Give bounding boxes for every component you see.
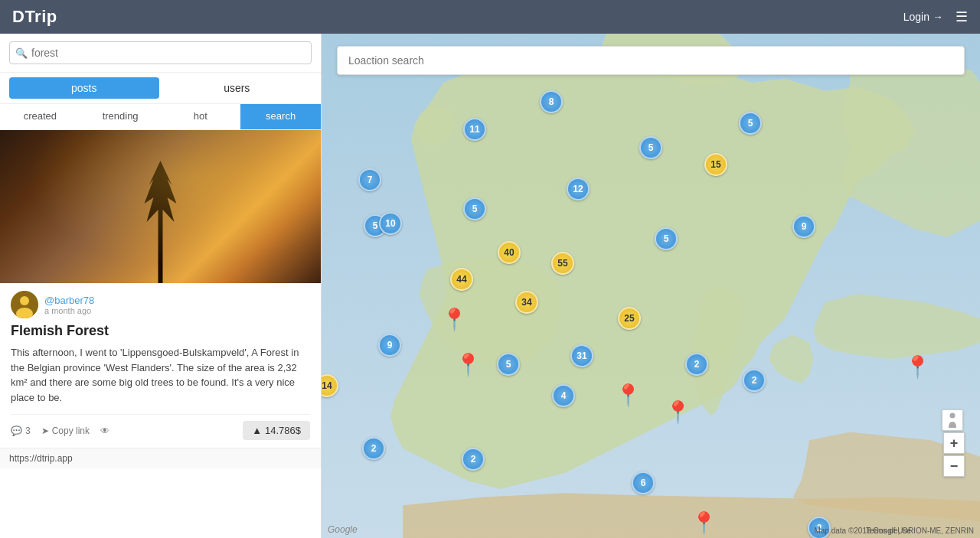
copy-link-label: Copy link [52, 426, 90, 436]
cluster-marker[interactable]: 31 [570, 344, 593, 367]
filter-hot[interactable]: hot [161, 104, 241, 129]
cluster-marker[interactable]: 44 [450, 268, 473, 291]
cluster-marker[interactable]: 5 [639, 136, 662, 159]
map-controls: + − [943, 432, 965, 477]
cluster-marker[interactable]: 2 [462, 448, 485, 471]
search-bar: 🔍 [0, 34, 321, 73]
filter-search[interactable]: search [240, 104, 321, 129]
post-text: This afternoon, I went to 'Lippensgoed-B… [11, 345, 310, 405]
cluster-marker[interactable]: 5 [655, 227, 678, 250]
app-header: DTrip Login → ☰ [0, 0, 980, 34]
post-body: @barber78 a month ago Flemish Forest Thi… [0, 283, 321, 448]
pin-marker[interactable]: 📍 [441, 309, 468, 331]
search-input[interactable] [9, 41, 312, 64]
filter-trending[interactable]: trending [80, 104, 161, 129]
google-logo: Google [328, 524, 358, 535]
share-icon: ➤ [41, 426, 49, 436]
type-tabs: posts users [0, 73, 321, 104]
cluster-marker[interactable]: 9 [378, 334, 401, 357]
map-container[interactable]: 811551557105124055443459253122914422652📍… [322, 34, 980, 538]
pin-marker[interactable]: 📍 [665, 402, 691, 423]
filter-row: created trending hot search [0, 104, 321, 130]
pin-marker[interactable]: 📍 [615, 385, 642, 406]
vote-count: 14.786$ [265, 425, 301, 436]
eye-icon: 👁 [100, 426, 109, 436]
map-overlay: 811551557105124055443459253122914422652📍… [322, 34, 980, 538]
post-time: a month ago [44, 306, 94, 315]
view-button[interactable]: 👁 [100, 426, 109, 436]
post-card: @barber78 a month ago Flemish Forest Thi… [0, 130, 321, 448]
login-icon: → [933, 11, 943, 23]
map-attribution: Map data ©2018 Google, ORION-ME, ZENRIN [814, 527, 974, 535]
cluster-marker[interactable]: 6 [632, 471, 655, 494]
pin-marker[interactable]: 📍 [691, 513, 717, 534]
location-search [337, 46, 965, 75]
cluster-marker[interactable]: 5 [497, 353, 520, 376]
post-actions: 💬 3 ➤ Copy link 👁 ▲ 14.786$ [11, 414, 310, 440]
author-name[interactable]: @barber78 [44, 295, 94, 306]
left-panel: 🔍 posts users created trending hot searc… [0, 34, 322, 538]
tab-users[interactable]: users [162, 77, 312, 99]
cluster-marker[interactable]: 2 [685, 353, 708, 376]
search-icon: 🔍 [15, 47, 28, 59]
avatar [11, 291, 38, 318]
tab-posts[interactable]: posts [9, 77, 159, 99]
pegman-icon[interactable] [942, 409, 963, 431]
comments-button[interactable]: 💬 3 [11, 426, 31, 436]
cluster-marker[interactable]: 40 [498, 241, 521, 264]
cluster-marker[interactable]: 55 [551, 252, 574, 275]
cluster-marker[interactable]: 4 [552, 384, 575, 407]
vote-arrow-icon: ▲ [252, 425, 262, 436]
post-image [0, 130, 321, 283]
cluster-marker[interactable]: 10 [379, 212, 402, 235]
app-logo: DTrip [12, 7, 57, 27]
login-label: Login [903, 11, 929, 23]
cluster-marker[interactable]: 2 [362, 437, 385, 460]
vote-button[interactable]: ▲ 14.786$ [243, 421, 310, 440]
map-panel: 811551557105124055443459253122914422652📍… [322, 34, 980, 538]
main-layout: 🔍 posts users created trending hot searc… [0, 34, 980, 538]
zoom-in-button[interactable]: + [943, 432, 965, 454]
menu-icon[interactable]: ☰ [956, 8, 968, 25]
comments-icon: 💬 [11, 426, 22, 436]
cluster-marker[interactable]: 8 [540, 90, 563, 113]
cluster-marker[interactable]: 12 [567, 178, 590, 201]
cluster-marker[interactable]: 5 [463, 197, 486, 220]
cluster-marker[interactable]: 25 [618, 307, 641, 330]
header-right: Login → ☰ [903, 8, 968, 25]
svg-point-1 [20, 296, 29, 305]
copy-link-button[interactable]: ➤ Copy link [41, 426, 90, 436]
cluster-marker[interactable]: 5 [739, 112, 762, 135]
cluster-marker[interactable]: 2 [743, 369, 766, 392]
cluster-marker[interactable]: 7 [358, 168, 381, 191]
pin-marker[interactable]: 📍 [455, 354, 482, 376]
cluster-marker[interactable]: 11 [463, 118, 486, 141]
post-author: @barber78 a month ago [11, 291, 310, 318]
cluster-marker[interactable]: 14 [322, 374, 338, 397]
cluster-marker[interactable]: 9 [792, 215, 815, 238]
cluster-marker[interactable]: 34 [515, 291, 538, 314]
post-title: Flemish Forest [11, 323, 310, 339]
pin-marker[interactable]: 📍 [904, 357, 931, 378]
cluster-marker[interactable]: 15 [704, 153, 727, 176]
comments-count: 3 [25, 426, 31, 436]
footer-url: https://dtrip.app [0, 448, 321, 468]
zoom-out-button[interactable]: − [943, 455, 965, 477]
filter-created[interactable]: created [0, 104, 80, 129]
svg-point-4 [950, 413, 956, 419]
author-info: @barber78 a month ago [44, 295, 94, 315]
location-search-input[interactable] [337, 46, 965, 75]
login-button[interactable]: Login → [903, 11, 943, 23]
